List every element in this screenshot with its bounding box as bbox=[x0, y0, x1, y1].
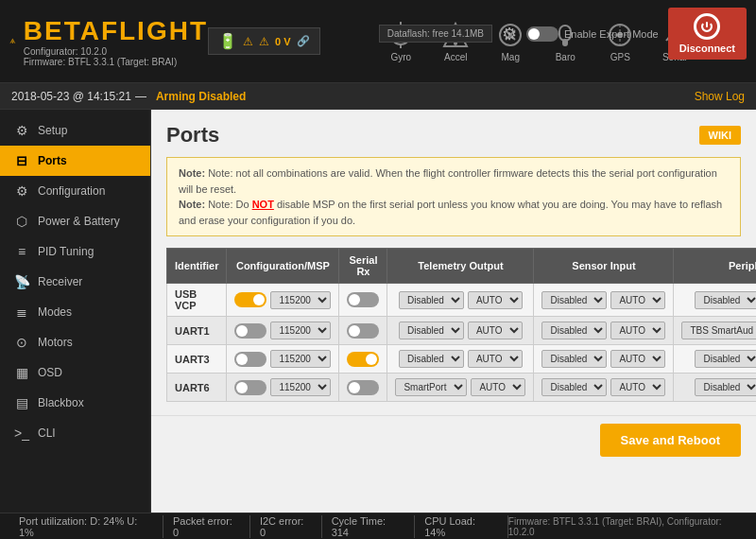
cli-icon: >_ bbox=[13, 426, 30, 441]
telemetry-baud-select[interactable]: AUTO bbox=[468, 322, 523, 339]
cell-sensor: Disabled AUTO bbox=[534, 317, 674, 345]
link-icon: 🔗 bbox=[297, 35, 310, 47]
sensor-baud-select[interactable]: AUTO bbox=[610, 378, 665, 396]
status-bar: 2018-05-23 @ 14:15:21 — Arming Disabled … bbox=[0, 83, 756, 110]
cell-msp: 115200 bbox=[227, 284, 339, 317]
sensor-baud-select[interactable]: AUTO bbox=[610, 291, 665, 309]
sidebar-item-receiver[interactable]: 📡 Receiver bbox=[0, 267, 150, 297]
wiki-button[interactable]: WIKI bbox=[699, 126, 741, 145]
serial-rx-toggle[interactable] bbox=[347, 292, 379, 307]
gear-button[interactable]: ⚙ bbox=[502, 24, 517, 44]
dataflash-info: Dataflash: free 14.1MB bbox=[379, 25, 492, 43]
disconnect-button[interactable]: Disconnect bbox=[668, 8, 747, 60]
msp-toggle[interactable] bbox=[234, 323, 266, 339]
sidebar-item-osd[interactable]: ▦ OSD bbox=[0, 357, 150, 388]
cell-identifier: UART1 bbox=[167, 317, 227, 345]
receiver-icon: 📡 bbox=[13, 274, 30, 289]
sidebar-item-setup[interactable]: ⚙ Setup bbox=[0, 115, 150, 146]
status-datetime: 2018-05-23 @ 14:15:21 bbox=[11, 90, 131, 103]
firmware-info: Firmware: BTFL 3.3.1 (Target: BRAI), Con… bbox=[508, 516, 747, 537]
msp-baud-select[interactable]: 115200 bbox=[270, 291, 331, 309]
sidebar-item-ports-label: Ports bbox=[38, 154, 67, 167]
msp-toggle[interactable] bbox=[234, 380, 266, 395]
msp-toggle[interactable] bbox=[234, 292, 266, 307]
cell-peripherals: Disabled AUTO bbox=[674, 284, 756, 317]
serial-rx-toggle[interactable] bbox=[347, 352, 379, 367]
msp-baud-select[interactable]: 115200 bbox=[270, 378, 331, 396]
cell-identifier: USB VCP bbox=[167, 284, 227, 317]
sensor-select[interactable]: Disabled bbox=[541, 291, 607, 309]
save-reboot-button[interactable]: Save and Reboot bbox=[600, 424, 741, 457]
msp-baud-select[interactable]: 115200 bbox=[270, 350, 331, 368]
cell-serial-rx bbox=[339, 345, 387, 374]
col-header-peripherals: Peripherals bbox=[674, 249, 756, 284]
ports-table: Identifier Configuration/MSP Serial Rx T… bbox=[166, 248, 756, 402]
cell-sensor: Disabled AUTO bbox=[534, 284, 674, 317]
sidebar-item-cli[interactable]: >_ CLI bbox=[0, 418, 150, 448]
serial-rx-toggle[interactable] bbox=[347, 323, 379, 339]
note2-prefix: Note: Do bbox=[208, 199, 251, 210]
expert-mode-toggle[interactable]: Enable Expert Mode bbox=[526, 26, 659, 42]
status-separator: — bbox=[135, 90, 146, 103]
sensor-select[interactable]: Disabled bbox=[541, 378, 607, 396]
expert-mode-switch[interactable] bbox=[526, 26, 558, 42]
note2: Note: Note: Do NOT disable MSP on the fi… bbox=[179, 197, 729, 228]
logo-text: BETAFLIGHT Configurator: 10.2.0 Firmware… bbox=[24, 16, 208, 67]
peripheral-select[interactable]: Disabled bbox=[695, 291, 756, 309]
configuration-icon: ⚙ bbox=[13, 183, 30, 199]
cell-sensor: Disabled AUTO bbox=[534, 345, 674, 374]
sensor-select[interactable]: Disabled bbox=[541, 322, 607, 339]
note-box: Note: Note: not all combinations are val… bbox=[166, 157, 741, 236]
telemetry-select[interactable]: SmartPort bbox=[395, 378, 467, 396]
cell-serial-rx bbox=[339, 284, 387, 317]
sensor-baud-select[interactable]: AUTO bbox=[610, 350, 665, 368]
sidebar-item-configuration-label: Configuration bbox=[38, 184, 105, 198]
cell-sensor: Disabled AUTO bbox=[534, 374, 674, 402]
note2-bold: Note: bbox=[179, 199, 205, 210]
telemetry-baud-select[interactable]: AUTO bbox=[468, 291, 523, 309]
not-word: NOT bbox=[252, 199, 274, 210]
col-header-sensor: Sensor Input bbox=[534, 249, 674, 284]
battery-icon: 🔋 bbox=[218, 32, 237, 50]
pid-icon: ≡ bbox=[13, 244, 30, 259]
sidebar-item-motors[interactable]: ⊙ Motors bbox=[0, 327, 150, 357]
sidebar-item-osd-label: OSD bbox=[38, 366, 62, 379]
sidebar-item-ports[interactable]: ⊟ Ports bbox=[0, 146, 150, 176]
port-utilization: Port utilization: D: 24% U: 1% bbox=[9, 515, 163, 538]
sidebar-item-power[interactable]: ⬡ Power & Battery bbox=[0, 206, 150, 236]
sensor-baud-select[interactable]: AUTO bbox=[610, 322, 665, 339]
disconnect-icon bbox=[694, 13, 720, 40]
peripheral-select[interactable]: TBS SmartAud bbox=[681, 322, 756, 339]
sidebar-item-modes[interactable]: ≣ Modes bbox=[0, 297, 150, 327]
header-right: Dataflash: free 14.1MB ⚙ Enable Expert M… bbox=[379, 8, 747, 60]
cell-peripherals: TBS SmartAud AUTO bbox=[674, 317, 756, 345]
save-area: Save and Reboot bbox=[151, 415, 756, 464]
sidebar-item-power-label: Power & Battery bbox=[38, 215, 120, 228]
msp-toggle[interactable] bbox=[234, 352, 266, 367]
msp-baud-select[interactable]: 115200 bbox=[270, 322, 331, 339]
telemetry-select[interactable]: Disabled bbox=[399, 322, 464, 339]
sidebar-item-configuration[interactable]: ⚙ Configuration bbox=[0, 176, 150, 206]
firmware-version: Firmware: BTFL 3.3.1 (Target: BRAI) bbox=[24, 57, 208, 67]
cell-msp: 115200 bbox=[227, 345, 339, 374]
content-inner: Ports WIKI Note: Note: not all combinati… bbox=[151, 110, 756, 415]
sidebar-item-pid[interactable]: ≡ PID Tuning bbox=[0, 236, 150, 267]
svg-rect-21 bbox=[706, 22, 708, 27]
telemetry-baud-select[interactable]: AUTO bbox=[471, 378, 525, 396]
sidebar-item-cli-label: CLI bbox=[38, 426, 56, 440]
peripheral-select[interactable]: Disabled bbox=[695, 378, 756, 396]
show-log-button[interactable]: Show Log bbox=[695, 90, 745, 103]
telemetry-select[interactable]: Disabled bbox=[399, 350, 464, 368]
main-layout: ⚙ Setup ⊟ Ports ⚙ Configuration ⬡ Power … bbox=[0, 110, 756, 513]
app-title: BETAFLIGHT bbox=[24, 16, 208, 46]
peripheral-select[interactable]: Disabled bbox=[695, 350, 756, 368]
sensor-select[interactable]: Disabled bbox=[541, 350, 607, 368]
note1: Note: Note: not all combinations are val… bbox=[179, 165, 729, 197]
cell-msp: 115200 bbox=[227, 317, 339, 345]
sidebar-item-blackbox[interactable]: ▤ Blackbox bbox=[0, 388, 150, 418]
serial-rx-toggle[interactable] bbox=[347, 380, 379, 395]
telemetry-baud-select[interactable]: AUTO bbox=[468, 350, 523, 368]
telemetry-select[interactable]: Disabled bbox=[399, 291, 464, 309]
status-label: Arming Disabled bbox=[156, 90, 246, 103]
page-title-text: Ports bbox=[166, 123, 219, 148]
